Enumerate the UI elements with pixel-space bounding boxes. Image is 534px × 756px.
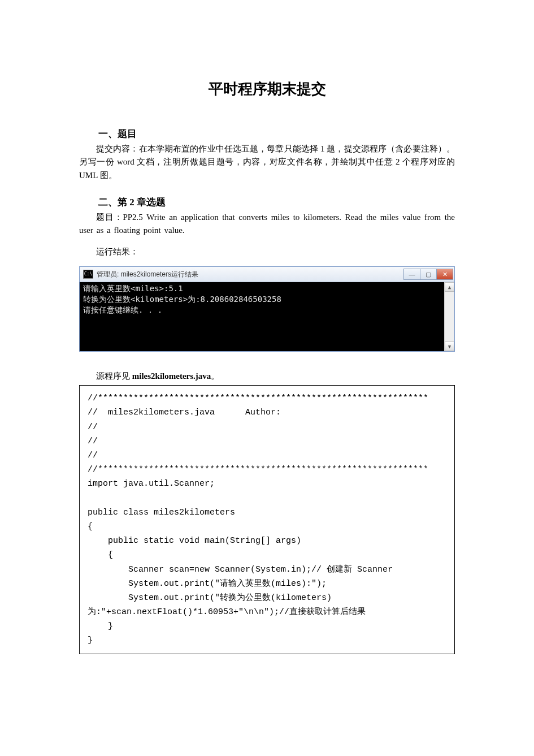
close-button[interactable]: ✕ [437, 269, 453, 280]
source-label-suffix: 。 [211, 371, 219, 381]
document-page: 平时程序期末提交 一、题目 提交内容：在本学期布置的作业中任选五题，每章只能选择… [0, 0, 534, 677]
terminal-line: 请按任意键继续. . . [83, 305, 451, 316]
terminal-titlebar: C:\ 管理员: miles2kilometers运行结果 — ▢ ✕ [80, 267, 454, 282]
terminal-line: 转换为公里数<kilometers>为:8.208602846503258 [83, 294, 451, 305]
terminal-body: 请输入英里数<miles>:5.1 转换为公里数<kilometers>为:8.… [80, 282, 454, 351]
scroll-up-icon[interactable]: ▲ [445, 282, 454, 292]
terminal-window: C:\ 管理员: miles2kilometers运行结果 — ▢ ✕ 请输入英… [79, 266, 455, 352]
source-filename: miles2kilometers.java [132, 371, 211, 381]
code-block: //**************************************… [79, 385, 455, 654]
source-label-prefix: 源程序见 [96, 371, 132, 381]
section-1-text: 提交内容：在本学期布置的作业中任选五题，每章只能选择 1 题，提交源程序（含必要… [79, 142, 455, 182]
cmd-icon: C:\ [83, 270, 93, 279]
minimize-button[interactable]: — [403, 269, 420, 280]
scroll-track[interactable] [445, 292, 454, 342]
terminal-line: 请输入英里数<miles>:5.1 [83, 283, 451, 294]
problem-text: 题目：PP2.5 Write an application that conve… [79, 211, 455, 237]
maximize-button[interactable]: ▢ [420, 269, 437, 280]
run-result-label: 运行结果： [79, 245, 455, 258]
terminal-title: 管理员: miles2kilometers运行结果 [97, 270, 403, 279]
section-1-head: 一、题目 [79, 127, 455, 140]
spacer [79, 183, 455, 191]
terminal-scrollbar[interactable]: ▲ ▼ [444, 282, 454, 351]
document-title: 平时程序期末提交 [79, 79, 455, 99]
source-label: 源程序见 miles2kilometers.java。 [79, 371, 455, 382]
window-buttons: — ▢ ✕ [403, 269, 453, 280]
scroll-down-icon[interactable]: ▼ [445, 342, 454, 351]
section-2-head: 二、第 2 章选题 [79, 196, 455, 209]
